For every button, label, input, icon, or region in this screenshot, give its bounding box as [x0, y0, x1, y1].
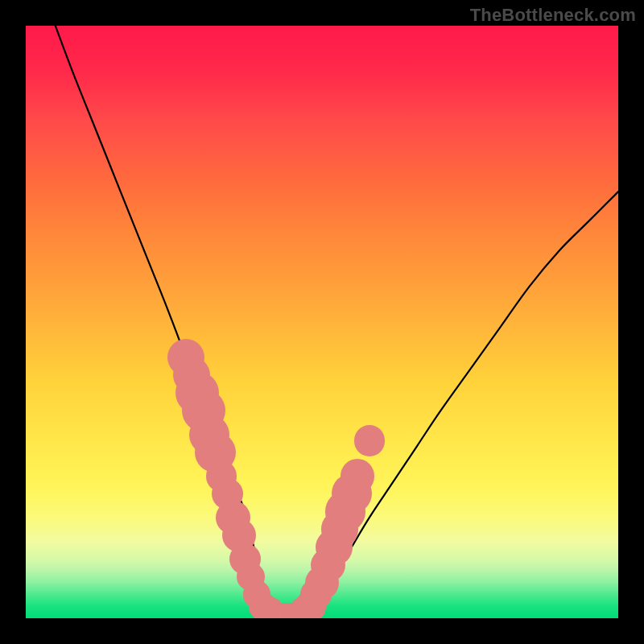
plot-area — [26, 26, 618, 618]
chart-frame: TheBottleneck.com — [0, 0, 644, 644]
highlight-dot — [354, 425, 386, 456]
highlight-dot — [341, 459, 374, 493]
watermark-label: TheBottleneck.com — [470, 5, 636, 26]
